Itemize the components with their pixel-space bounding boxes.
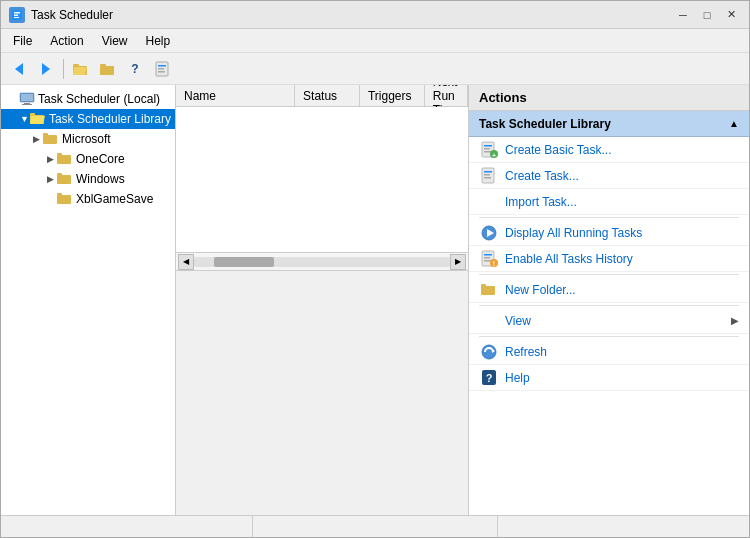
tree-label-local: Task Scheduler (Local) xyxy=(38,92,160,106)
menu-help[interactable]: Help xyxy=(138,32,179,50)
list-header: Name Status Triggers Next Run Time xyxy=(176,85,468,107)
view-arrow: ▶ xyxy=(731,315,739,326)
import-task-icon xyxy=(479,192,499,212)
action-new-folder[interactable]: New Folder... xyxy=(469,277,749,303)
scrollbar-thumb[interactable] xyxy=(214,257,274,267)
toolbar-separator-1 xyxy=(63,59,64,79)
svg-rect-49 xyxy=(481,284,486,287)
action-enable-history[interactable]: ! Enable All Tasks History xyxy=(469,246,749,272)
detail-pane xyxy=(176,270,468,515)
view-label: View xyxy=(505,314,531,328)
svg-rect-9 xyxy=(100,66,114,75)
svg-rect-43 xyxy=(484,254,492,256)
expand-microsoft: ▶ xyxy=(29,132,43,146)
tree-pane: Task Scheduler (Local) ▼ Task Scheduler … xyxy=(1,85,176,515)
tree-item-onecore[interactable]: ▶ OneCore xyxy=(1,149,175,169)
action-create-task[interactable]: Create Task... xyxy=(469,163,749,189)
folder-new-button[interactable] xyxy=(96,57,120,81)
tree-label-onecore: OneCore xyxy=(76,152,125,166)
expand-library: ▼ xyxy=(19,112,30,126)
action-view[interactable]: View ▶ xyxy=(469,308,749,334)
svg-rect-16 xyxy=(21,94,33,101)
col-header-name[interactable]: Name xyxy=(176,85,295,106)
maximize-button[interactable]: □ xyxy=(697,6,717,24)
col-header-triggers[interactable]: Triggers xyxy=(360,85,425,106)
svg-rect-28 xyxy=(57,195,71,204)
task-icon-button[interactable] xyxy=(150,57,174,81)
new-folder-icon xyxy=(479,280,499,300)
tree-item-library[interactable]: ▼ Task Scheduler Library xyxy=(1,109,175,129)
col-header-status[interactable]: Status xyxy=(295,85,360,106)
back-button[interactable] xyxy=(7,57,31,81)
svg-rect-10 xyxy=(100,64,106,67)
svg-rect-13 xyxy=(158,68,164,70)
tree-item-xblgamesave[interactable]: XblGameSave xyxy=(1,189,175,209)
svg-text:+: + xyxy=(492,151,496,158)
action-display-running[interactable]: Display All Running Tasks xyxy=(469,220,749,246)
enable-history-label: Enable All Tasks History xyxy=(505,252,633,266)
view-icon xyxy=(479,311,499,331)
scroll-right-arrow[interactable]: ▶ xyxy=(450,254,466,270)
tree-item-local[interactable]: Task Scheduler (Local) xyxy=(1,89,175,109)
action-divider-2 xyxy=(479,274,739,275)
status-bar xyxy=(1,515,749,537)
svg-rect-29 xyxy=(57,193,62,196)
tree-label-library: Task Scheduler Library xyxy=(49,112,171,126)
col-header-nextrun[interactable]: Next Run Time xyxy=(425,85,468,106)
create-task-icon xyxy=(479,166,499,186)
svg-rect-1 xyxy=(14,12,20,14)
action-import-task[interactable]: Import Task... xyxy=(469,189,749,215)
folder-icon-microsoft xyxy=(43,131,59,147)
create-task-label: Create Task... xyxy=(505,169,579,183)
expand-xblgamesave xyxy=(43,192,57,206)
menu-view[interactable]: View xyxy=(94,32,136,50)
svg-rect-32 xyxy=(484,148,490,150)
action-divider-3 xyxy=(479,305,739,306)
action-divider-4 xyxy=(479,336,739,337)
help-toolbar-button[interactable]: ? xyxy=(123,57,147,81)
display-running-icon xyxy=(479,223,499,243)
svg-rect-27 xyxy=(57,173,62,176)
action-create-basic-task[interactable]: + Create Basic Task... xyxy=(469,137,749,163)
computer-icon xyxy=(19,91,35,107)
svg-marker-8 xyxy=(73,67,87,75)
svg-rect-7 xyxy=(73,64,79,67)
svg-rect-20 xyxy=(30,113,35,116)
list-scrollbar[interactable]: ◀ ▶ xyxy=(176,252,468,270)
tree-item-microsoft[interactable]: ▶ Microsoft xyxy=(1,129,175,149)
tree-item-windows[interactable]: ▶ Windows xyxy=(1,169,175,189)
svg-rect-37 xyxy=(484,171,492,173)
svg-rect-45 xyxy=(484,260,491,262)
folder-open-icon-library xyxy=(30,111,46,127)
new-folder-label: New Folder... xyxy=(505,283,576,297)
expand-onecore: ▶ xyxy=(43,152,57,166)
svg-text:?: ? xyxy=(486,372,493,384)
help-icon: ? xyxy=(479,368,499,388)
window-controls: ─ □ ✕ xyxy=(673,6,741,24)
main-area: Task Scheduler (Local) ▼ Task Scheduler … xyxy=(1,85,749,515)
forward-button[interactable] xyxy=(34,57,58,81)
menu-file[interactable]: File xyxy=(5,32,40,50)
scrollbar-track[interactable] xyxy=(194,257,450,267)
action-refresh[interactable]: Refresh xyxy=(469,339,749,365)
svg-rect-2 xyxy=(14,14,18,16)
svg-marker-5 xyxy=(42,63,50,75)
status-section-1 xyxy=(7,516,253,537)
action-section-library[interactable]: Task Scheduler Library ▲ xyxy=(469,111,749,137)
svg-rect-44 xyxy=(484,257,490,259)
actions-header: Actions xyxy=(469,85,749,111)
svg-rect-12 xyxy=(158,65,166,67)
list-body xyxy=(176,107,468,252)
minimize-button[interactable]: ─ xyxy=(673,6,693,24)
menu-action[interactable]: Action xyxy=(42,32,91,50)
action-help[interactable]: ? Help xyxy=(469,365,749,391)
svg-rect-31 xyxy=(484,145,492,147)
expand-local xyxy=(5,92,19,106)
tree-label-windows: Windows xyxy=(76,172,125,186)
svg-rect-39 xyxy=(484,177,491,179)
folder-open-button[interactable] xyxy=(69,57,93,81)
svg-text:!: ! xyxy=(493,260,495,267)
close-button[interactable]: ✕ xyxy=(721,6,741,24)
scroll-left-arrow[interactable]: ◀ xyxy=(178,254,194,270)
action-divider-1 xyxy=(479,217,739,218)
